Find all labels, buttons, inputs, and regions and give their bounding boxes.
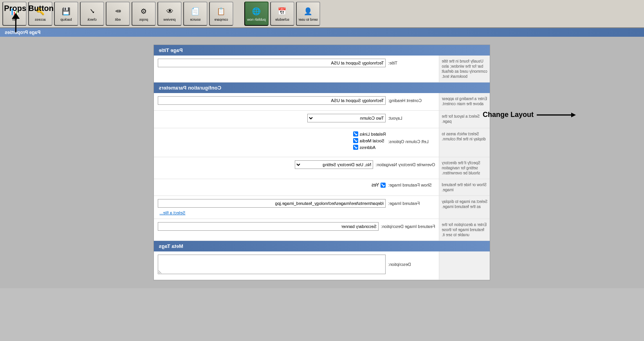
title-fields: Title:: [154, 56, 439, 82]
preview-label: preview: [164, 18, 176, 22]
select-file-row: Select a file...: [158, 210, 435, 215]
show-featured-checkbox[interactable]: [381, 183, 386, 188]
check-icon: ✓: [86, 5, 98, 17]
edit-icon: ✏: [112, 5, 124, 17]
schedule-icon: 📅: [276, 5, 288, 17]
page-title-section-header: Page Title: [154, 45, 490, 56]
props-icon: ⚙: [138, 5, 150, 17]
left-column-options: Related Links Social Media Address: [353, 131, 386, 151]
backup-label: backup: [60, 18, 72, 22]
meta-description-field-row: Description:: [158, 255, 435, 274]
featured-image-desc-input[interactable]: [158, 222, 379, 231]
meta-tags-section-header: Meta Tags: [154, 241, 490, 251]
show-featured-field-row: Show Featured Image: Yes: [158, 182, 435, 188]
backup-button[interactable]: 💾 backup: [54, 2, 78, 26]
meta-description-help: [439, 251, 490, 280]
select-file-link[interactable]: Select a file...: [160, 210, 186, 215]
left-column-fields: Left Column Options: Related Links Socia…: [154, 128, 439, 157]
featured-image-desc-label: Featured Image Description:: [381, 224, 435, 229]
content-heading-help: Enter a heading to appear above the main…: [439, 93, 490, 110]
overwrite-dir-field-row: Overwrite Directory Navigation: No, Use …: [158, 160, 435, 169]
content-heading-field-row: Content Heading:: [158, 96, 435, 105]
address-row: Address: [353, 145, 386, 150]
featured-image-desc-field-row: Featured Image Description:: [158, 222, 435, 231]
send-to-user-icon: 👤: [302, 5, 314, 17]
featured-image-fields: Featured Image: Select a file...: [154, 196, 439, 219]
content-heading-row: Enter a heading to appear above the main…: [154, 93, 490, 111]
page-header-bar: Page Properties: [0, 28, 644, 37]
address-checkbox[interactable]: [353, 145, 358, 150]
schedule-button[interactable]: 📅 schedule: [270, 2, 294, 26]
props-button-annotation: Props Button: [4, 4, 54, 38]
overwrite-dir-fields: Overwrite Directory Navigation: No, Use …: [154, 157, 439, 179]
related-links-row: Related Links: [353, 131, 386, 136]
social-media-label: Social Media: [360, 138, 384, 143]
meta-description-input[interactable]: [158, 255, 386, 274]
title-row: Usually found in the title bar for the w…: [154, 56, 490, 83]
compare-label: compare: [215, 18, 228, 22]
svg-marker-1: [12, 13, 20, 19]
layout-fields: Layout: Two Column One Column Three Colu…: [154, 111, 439, 128]
featured-image-help: Select an image to display as the featur…: [439, 196, 490, 219]
schedule-label: schedule: [275, 18, 289, 22]
featured-image-desc-row: Enter a description for the featured ima…: [154, 219, 490, 241]
meta-description-row: Description:: [154, 251, 490, 280]
content-heading-label: Content Heading:: [388, 98, 435, 103]
check-label: check: [87, 18, 97, 22]
config-section-header: Configuration Parameters: [154, 83, 490, 93]
compare-icon: 📋: [215, 5, 227, 17]
preview-icon: 👁: [164, 5, 175, 17]
content-heading-fields: Content Heading:: [154, 93, 439, 110]
title-input[interactable]: [158, 59, 386, 67]
related-links-label: Related Links: [360, 132, 386, 136]
edit-button[interactable]: ✏ edit: [106, 2, 130, 26]
show-featured-label: Show Featured Image:: [388, 183, 435, 187]
featured-image-desc-fields: Featured Image Description:: [154, 219, 439, 240]
source-label: source: [190, 18, 201, 22]
publish-label: publish now: [247, 18, 266, 22]
source-button[interactable]: 📄 source: [183, 2, 207, 26]
form-container: Page Title Usually found in the title ba…: [154, 45, 491, 280]
meta-description-fields: Description:: [154, 251, 439, 280]
overwrite-dir-label: Overwrite Directory Navigation:: [375, 162, 435, 167]
show-featured-checkbox-group: Yes: [372, 182, 386, 188]
props-label: props: [139, 18, 148, 22]
title-label: Title:: [388, 61, 435, 65]
layout-field-row: Layout: Two Column One Column Three Colu…: [158, 114, 435, 122]
preview-button[interactable]: 👁 preview: [157, 2, 182, 26]
layout-select[interactable]: Two Column One Column Three Column: [308, 114, 386, 122]
show-featured-row: Show or hide the featured image. Show Fe…: [154, 179, 490, 196]
featured-image-row: Select an image to display as the featur…: [154, 196, 490, 219]
featured-image-field-row: Featured Image:: [158, 199, 435, 208]
edit-label: edit: [115, 18, 121, 22]
show-featured-fields: Show Featured Image: Yes: [154, 179, 439, 196]
source-icon: 📄: [189, 5, 201, 17]
content-heading-input[interactable]: [158, 96, 386, 105]
meta-description-label: Description:: [388, 262, 435, 267]
overwrite-dir-help: Specify if the directory setting for nav…: [439, 157, 490, 179]
featured-image-input[interactable]: [158, 199, 386, 208]
props-button[interactable]: ⚙ props: [132, 2, 156, 26]
social-media-checkbox[interactable]: [353, 138, 358, 143]
check-button[interactable]: ✓ check: [80, 2, 104, 26]
layout-row: Select a layout for the page. Layout: Tw…: [154, 111, 490, 128]
main-content: Page Title Usually found in the title ba…: [0, 37, 644, 288]
title-help-text: Usually found in the title bar for the w…: [439, 56, 490, 82]
overwrite-dir-select[interactable]: No, Use Directory Setting Yes: [295, 160, 373, 169]
featured-image-label: Featured Image:: [388, 201, 435, 206]
related-links-checkbox[interactable]: [353, 131, 358, 136]
send-to-user-button[interactable]: 👤 send to user: [296, 2, 320, 26]
send-to-user-label: send to user: [298, 18, 318, 22]
layout-help: Select a layout for the page.: [439, 111, 490, 128]
publish-icon: 🌐: [251, 5, 262, 17]
social-media-row: Social Media: [353, 138, 386, 143]
publish-now-button[interactable]: 🌐 publish now: [244, 2, 269, 26]
svg-marker-3: [572, 113, 576, 117]
left-column-field-row: Left Column Options: Related Links Socia…: [158, 131, 435, 151]
left-column-help: Select which areas to display in the lef…: [439, 128, 490, 157]
title-field-row: Title:: [158, 59, 435, 67]
compare-button[interactable]: 📋 compare: [209, 2, 233, 26]
layout-label: Layout:: [388, 116, 435, 120]
change-layout-arrow: [537, 111, 576, 119]
overwrite-dir-row: Specify if the directory setting for nav…: [154, 157, 490, 179]
